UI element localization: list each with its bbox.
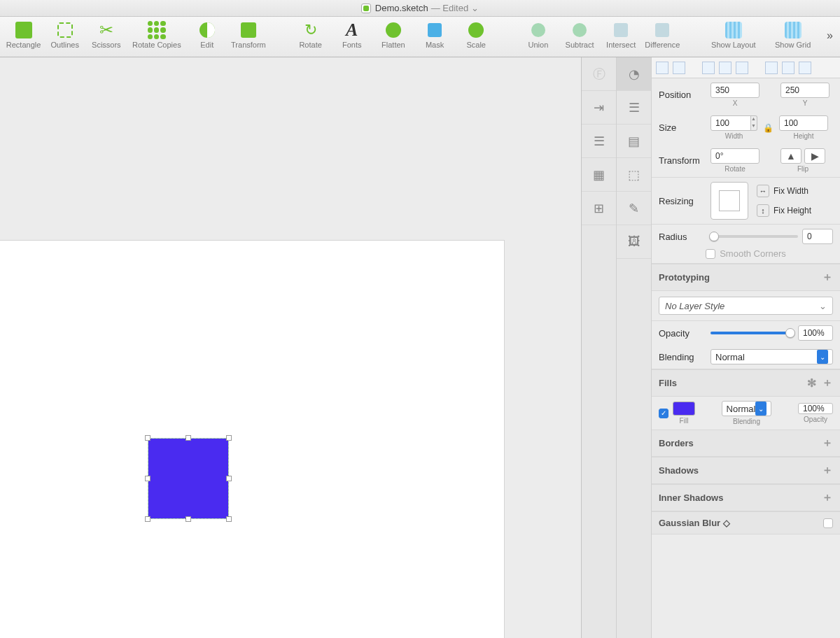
tool-outlines[interactable]: Outlines [44, 20, 85, 49]
align-left-icon[interactable] [702, 62, 715, 74]
section-prototyping[interactable]: Prototyping＋ [652, 264, 840, 291]
distribute-v-icon[interactable] [673, 62, 685, 74]
plus-icon[interactable]: ＋ [822, 436, 833, 451]
tool-mask[interactable]: Mask [414, 20, 455, 49]
tab-inspector-icon[interactable]: ◔ [617, 57, 651, 91]
height-field[interactable]: 100 [779, 115, 828, 131]
width-stepper[interactable]: ▲▼ [750, 115, 757, 131]
chevron-down-icon[interactable]: ⌄ [471, 3, 479, 13]
blending-select[interactable]: Normal⌄ [710, 349, 833, 364]
align-right-icon[interactable] [736, 62, 748, 74]
tab-export-icon[interactable]: ⇥ [582, 91, 616, 125]
selection-handle[interactable] [186, 435, 191, 441]
distribute-h-icon[interactable] [656, 62, 668, 74]
size-label: Size [659, 122, 706, 133]
tool-edit[interactable]: Edit [186, 20, 227, 49]
tool-rotate-copies[interactable]: Rotate Copies [127, 20, 186, 49]
radius-field[interactable]: 0 [802, 229, 833, 244]
plus-icon[interactable]: ＋ [822, 270, 833, 285]
rotate-field[interactable]: 0° [710, 148, 760, 164]
layer-style-select[interactable]: No Layer Style⌄ [659, 297, 833, 315]
tab-text-icon[interactable]: Ⓕ [582, 57, 616, 91]
align-top-icon[interactable] [765, 62, 778, 74]
resizing-constraints[interactable] [710, 182, 748, 220]
fill-blending-value: Normal [727, 404, 756, 414]
section-fills[interactable]: Fills✻＋ [652, 369, 840, 397]
tool-flatten[interactable]: Flatten [372, 20, 414, 49]
tool-scale[interactable]: Scale [456, 20, 497, 49]
selection-handle[interactable] [186, 516, 191, 522]
toolbar-overflow-icon[interactable]: » [822, 20, 837, 42]
position-x-field[interactable]: 350 [710, 83, 760, 98]
plus-icon[interactable]: ＋ [822, 490, 833, 505]
tool-show-grid[interactable]: Show Grid [763, 20, 822, 49]
selection-handle[interactable] [226, 435, 232, 441]
tool-rotate[interactable]: ↻Rotate [290, 20, 331, 49]
tool-subtract[interactable]: Subtract [559, 20, 600, 49]
align-vcenter-icon[interactable] [782, 62, 794, 74]
flip-vertical-button[interactable]: ▶ [804, 148, 825, 164]
tab-list-icon[interactable]: ☰ [582, 125, 616, 158]
tab-table-icon[interactable]: ⊞ [582, 192, 616, 225]
tool-scissors[interactable]: ✂Scissors [85, 20, 127, 49]
height-sublabel: Height [794, 132, 814, 140]
plus-icon[interactable]: ＋ [822, 463, 833, 478]
tab-image-icon[interactable]: 🖼 [617, 225, 651, 259]
lock-icon[interactable]: 🔒 [762, 123, 775, 133]
selection-handle[interactable] [226, 476, 232, 481]
fix-width-icon[interactable]: ↔ [757, 185, 769, 197]
tool-intersect[interactable]: Intersect [601, 20, 642, 49]
tab-select-icon[interactable]: ⬚ [617, 158, 651, 192]
tab-layout-icon[interactable]: ▤ [617, 125, 651, 158]
tool-difference[interactable]: Difference [642, 20, 683, 49]
section-gaussian-blur[interactable]: Gaussian Blur ◇ [652, 511, 840, 534]
section-borders[interactable]: Borders＋ [652, 430, 840, 457]
opacity-slider[interactable] [710, 332, 794, 334]
tool-label: Scale [466, 41, 486, 49]
align-bottom-icon[interactable] [799, 62, 811, 74]
width-field[interactable]: 100 [710, 115, 751, 131]
blending-value: Normal [715, 352, 745, 362]
inspector-panel: Position 350X 250Y Size 100▲▼Width 🔒 100… [652, 57, 840, 638]
selection-handle[interactable] [145, 516, 150, 522]
fix-width-label: Fix Width [774, 186, 808, 196]
section-title: Shadows [659, 465, 699, 476]
tool-label: Rotate [299, 41, 321, 49]
tool-show-layout[interactable]: Show Layout [704, 20, 763, 49]
flip-horizontal-button[interactable]: ▲ [780, 148, 802, 164]
fill-color-swatch[interactable] [673, 402, 695, 416]
opacity-field[interactable]: 100% [798, 325, 833, 341]
blur-enabled-checkbox[interactable] [823, 518, 833, 528]
smooth-corners-label: Smooth Corners [720, 248, 786, 259]
tab-grid-icon[interactable]: ▦ [582, 158, 616, 192]
plus-icon[interactable]: ＋ [822, 376, 833, 390]
selection-handle[interactable] [226, 516, 232, 522]
gear-icon[interactable]: ✻ [807, 376, 816, 390]
fill-blending-sublabel: Blending [733, 418, 760, 425]
fix-height-label: Fix Height [774, 206, 811, 215]
align-hcenter-icon[interactable] [719, 62, 732, 74]
tool-transform[interactable]: Transform [227, 20, 269, 49]
width-sublabel: Width [725, 132, 743, 140]
fill-enabled-checkbox[interactable]: ✓ [659, 409, 668, 418]
tool-rectangle[interactable]: Rectangle [3, 20, 44, 49]
tab-vector-icon[interactable]: ✎ [617, 192, 651, 225]
selection-handle[interactable] [145, 476, 150, 481]
tool-union[interactable]: Union [517, 20, 559, 49]
fill-blending-select[interactable]: Normal⌄ [722, 401, 772, 416]
section-inner-shadows[interactable]: Inner Shadows＋ [652, 484, 840, 511]
radius-slider[interactable] [710, 235, 798, 238]
fill-opacity-field[interactable]: 100% [798, 403, 833, 414]
canvas[interactable] [0, 57, 581, 638]
selection-handle[interactable] [145, 435, 150, 441]
smooth-corners-checkbox[interactable] [706, 249, 715, 259]
fix-height-icon[interactable]: ↕ [757, 204, 769, 217]
tab-align-icon[interactable]: ☰ [617, 91, 651, 125]
section-shadows[interactable]: Shadows＋ [652, 457, 840, 484]
selected-rectangle[interactable] [148, 439, 228, 518]
blending-label: Blending [659, 352, 706, 362]
layer-style-value: No Layer Style [665, 301, 724, 311]
position-y-field[interactable]: 250 [780, 83, 830, 98]
artboard[interactable] [0, 241, 504, 638]
tool-fonts[interactable]: AFonts [331, 20, 372, 49]
